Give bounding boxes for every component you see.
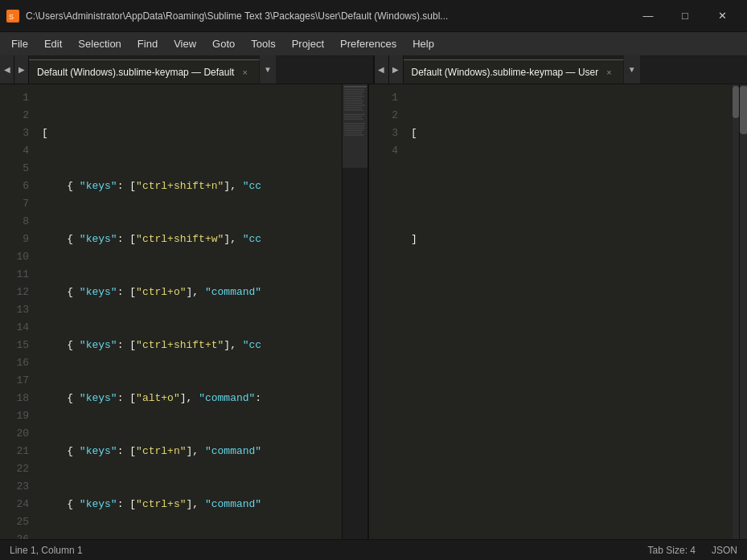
menu-preferences[interactable]: Preferences xyxy=(332,35,404,53)
menu-help[interactable]: Help xyxy=(404,35,442,53)
menu-edit[interactable]: Edit xyxy=(36,35,70,53)
menu-find[interactable]: Find xyxy=(129,35,166,53)
pane-left: 1 2 3 4 5 6 7 8 9 10 11 12 13 14 15 16 1… xyxy=(0,84,369,539)
app-icon: S xyxy=(6,10,19,22)
tab-overflow-right[interactable]: ▼ xyxy=(624,55,640,84)
svg-rect-22 xyxy=(343,84,367,168)
line-numbers-left: 1 2 3 4 5 6 7 8 9 10 11 12 13 14 15 16 1… xyxy=(0,84,35,539)
tab-label-left: Default (Windows).sublime-keymap — Defau… xyxy=(37,67,234,78)
tab-label-right: Default (Windows).sublime-keymap — User xyxy=(412,67,599,78)
pane-right: 1 2 3 4 [ ] xyxy=(369,84,739,539)
tab-nav-prev-left[interactable]: ◀ xyxy=(0,55,14,84)
menu-file[interactable]: File xyxy=(3,35,36,53)
menu-selection[interactable]: Selection xyxy=(70,35,129,53)
menu-bar: File Edit Selection Find View Goto Tools… xyxy=(0,32,747,56)
status-position: Line 1, Column 1 xyxy=(10,545,83,556)
tab-default-windows[interactable]: Default (Windows).sublime-keymap — Defau… xyxy=(29,59,260,84)
tab-nav-next-right[interactable]: ▶ xyxy=(389,55,404,84)
status-right: Tab Size: 4 JSON xyxy=(648,545,737,556)
editor-content-right[interactable]: 1 2 3 4 [ ] xyxy=(369,84,739,539)
maximize-button[interactable]: □ xyxy=(667,4,704,28)
tab-bar: ◀ ▶ Default (Windows).sublime-keymap — D… xyxy=(0,56,747,84)
tab-group-left: ◀ ▶ Default (Windows).sublime-keymap — D… xyxy=(0,55,373,84)
line-numbers-right: 1 2 3 4 xyxy=(369,84,404,539)
status-tab-size[interactable]: Tab Size: 4 xyxy=(648,545,696,556)
svg-text:S: S xyxy=(9,13,14,21)
tab-nav-prev-right[interactable]: ◀ xyxy=(375,55,389,84)
minimize-button[interactable]: — xyxy=(630,4,667,28)
status-syntax[interactable]: JSON xyxy=(712,545,737,556)
window-controls: — □ ✕ xyxy=(630,4,741,28)
status-bar: Line 1, Column 1 Tab Size: 4 JSON xyxy=(0,539,747,560)
close-button[interactable]: ✕ xyxy=(704,4,741,28)
code-content-left[interactable]: [ { "keys": ["ctrl+shift+n"], "cc { "key… xyxy=(35,84,342,539)
minimap-left[interactable] xyxy=(342,84,367,539)
editor-content-left[interactable]: 1 2 3 4 5 6 7 8 9 10 11 12 13 14 15 16 1… xyxy=(0,84,367,539)
tab-nav-next-left[interactable]: ▶ xyxy=(14,55,29,84)
code-content-right[interactable]: [ ] xyxy=(404,84,733,539)
menu-goto[interactable]: Goto xyxy=(204,35,243,53)
window-title: C:\Users\Administrator\AppData\Roaming\S… xyxy=(26,10,623,22)
menu-project[interactable]: Project xyxy=(284,35,332,53)
scrollbar-main[interactable] xyxy=(739,84,747,539)
menu-tools[interactable]: Tools xyxy=(243,35,283,53)
menu-view[interactable]: View xyxy=(166,35,204,53)
editor-area: 1 2 3 4 5 6 7 8 9 10 11 12 13 14 15 16 1… xyxy=(0,84,747,539)
tab-close-right[interactable]: × xyxy=(605,67,613,77)
title-bar: S C:\Users\Administrator\AppData\Roaming… xyxy=(0,0,747,32)
scrollbar-right[interactable] xyxy=(733,84,739,539)
tab-overflow-left[interactable]: ▼ xyxy=(260,55,276,84)
tab-user-keymap[interactable]: Default (Windows).sublime-keymap — User … xyxy=(404,59,624,84)
tab-group-right: ◀ ▶ Default (Windows).sublime-keymap — U… xyxy=(375,55,748,84)
tab-close-left[interactable]: × xyxy=(240,67,248,77)
